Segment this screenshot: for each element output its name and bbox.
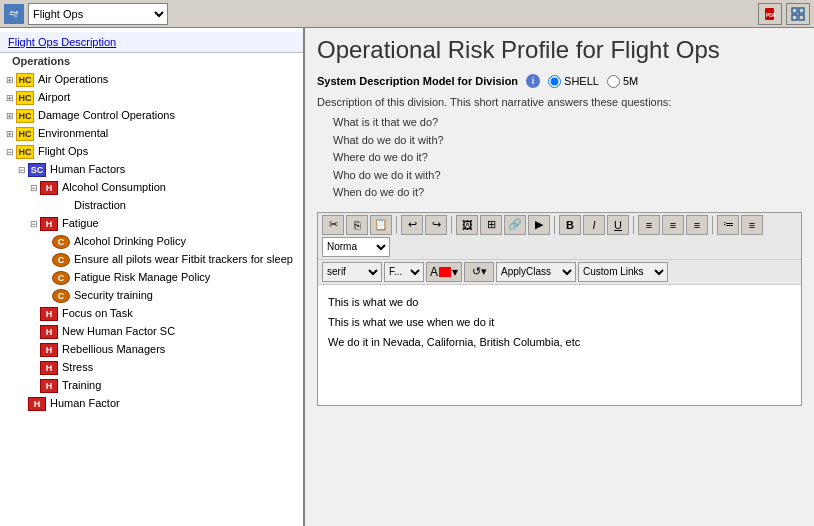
tree-expand-spacer: [40, 234, 52, 250]
tree-item[interactable]: ⊟HAlcohol Consumption: [0, 179, 303, 197]
tree-item-label: New Human Factor SC: [62, 324, 299, 339]
tree-item[interactable]: ⊟HCFlight Ops: [0, 143, 303, 161]
badge-h: H: [40, 379, 58, 393]
svg-rect-3: [799, 8, 804, 13]
tree-item-label: Environmental: [38, 126, 299, 141]
radio-5m-option[interactable]: 5M: [607, 75, 638, 88]
italic-button[interactable]: I: [583, 215, 605, 235]
tree-expand-icon[interactable]: ⊞: [4, 108, 16, 124]
svg-text:PDF: PDF: [766, 12, 776, 18]
font-color-button[interactable]: A ▾: [426, 262, 462, 282]
tree-item-label: Distraction: [74, 198, 299, 213]
tree-item-label: Stress: [62, 360, 299, 375]
table-button[interactable]: ⊞: [480, 215, 502, 235]
tree-item[interactable]: Distraction: [0, 197, 303, 215]
ol-button[interactable]: ≔: [717, 215, 739, 235]
tree-expand-spacer: [28, 324, 40, 340]
editor-paragraph[interactable]: We do it in Nevada, California, British …: [328, 333, 791, 353]
question-item: When do we do it?: [333, 184, 802, 202]
font-size-select[interactable]: F... 8 10 12 14: [384, 262, 424, 282]
tree-item[interactable]: CFatigue Risk Manage Policy: [0, 269, 303, 287]
grid-button[interactable]: [786, 3, 810, 25]
tree-item[interactable]: CAlcohol Drinking Policy: [0, 233, 303, 251]
align-left-button[interactable]: ≡: [638, 215, 660, 235]
radio-5m[interactable]: [607, 75, 620, 88]
editor-content[interactable]: This is what we doThis is what we use wh…: [318, 285, 801, 405]
tree-item[interactable]: CEnsure all pilots wear Fitbit trackers …: [0, 251, 303, 269]
tree-expand-spacer: [40, 270, 52, 286]
tree-expand-icon[interactable]: ⊞: [4, 126, 16, 142]
color-swatch: [439, 267, 451, 277]
tree-item[interactable]: HStress: [0, 359, 303, 377]
tree-expand-icon[interactable]: ⊟: [28, 216, 40, 232]
tree-item[interactable]: ⊟SCHuman Factors: [0, 161, 303, 179]
desc-header: Description of this division. This short…: [317, 96, 802, 108]
align-right-button[interactable]: ≡: [686, 215, 708, 235]
color-dropdown-arrow: ▾: [452, 265, 458, 279]
tree-item[interactable]: ⊟HFatigue: [0, 215, 303, 233]
style-dropdown[interactable]: Norma Heading 1 Heading 2: [322, 237, 390, 257]
font-family-select[interactable]: serif sans-serif monospace: [322, 262, 382, 282]
tree-expand-icon[interactable]: ⊟: [4, 144, 16, 160]
tree-item[interactable]: HFocus on Task: [0, 305, 303, 323]
tree-item[interactable]: ⊞HCAir Operations: [0, 71, 303, 89]
flight-ops-desc-link[interactable]: Flight Ops Description: [8, 36, 116, 48]
ul-button[interactable]: ≡: [741, 215, 763, 235]
media-button[interactable]: ▶: [528, 215, 550, 235]
division-dropdown[interactable]: Flight Ops Air Operations Airport: [28, 3, 168, 25]
tree-item[interactable]: HNew Human Factor SC: [0, 323, 303, 341]
question-item: Who do we do it with?: [333, 167, 802, 185]
tree-expand-icon[interactable]: ⊞: [4, 72, 16, 88]
tree-item[interactable]: CSecurity training: [0, 287, 303, 305]
link-button[interactable]: 🔗: [504, 215, 526, 235]
tree-item[interactable]: HTraining: [0, 377, 303, 395]
badge-c: C: [52, 235, 70, 249]
bold-button[interactable]: B: [559, 215, 581, 235]
tree-item[interactable]: ⊞HCEnvironmental: [0, 125, 303, 143]
tree-item[interactable]: HRebellious Managers: [0, 341, 303, 359]
custom-links-select[interactable]: Custom Links: [578, 262, 668, 282]
tree-item[interactable]: ⊞HCAirport: [0, 89, 303, 107]
badge-sc: SC: [28, 163, 46, 177]
tree-expand-spacer: [28, 360, 40, 376]
sep5: [712, 216, 713, 234]
right-panel: Operational Risk Profile for Flight Ops …: [305, 28, 814, 526]
badge-h: H: [40, 307, 58, 321]
svg-rect-2: [792, 8, 797, 13]
tree-expand-spacer: [40, 198, 52, 214]
image-button[interactable]: 🖼: [456, 215, 478, 235]
copy-button[interactable]: ⎘: [346, 215, 368, 235]
tree-item-label: Airport: [38, 90, 299, 105]
sep3: [554, 216, 555, 234]
badge-hc: HC: [16, 145, 34, 159]
apply-class-select[interactable]: ApplyClass: [496, 262, 576, 282]
cut-button[interactable]: ✂: [322, 215, 344, 235]
operations-section-label: Operations: [0, 53, 303, 69]
sys-desc-row: System Description Model for Division i …: [317, 74, 802, 88]
tree-item[interactable]: ⊞HCDamage Control Operations: [0, 107, 303, 125]
undo-button[interactable]: ↩: [401, 215, 423, 235]
tree-expand-spacer: [28, 342, 40, 358]
tree-item-label: Training: [62, 378, 299, 393]
tree-item-label: Ensure all pilots wear Fitbit trackers f…: [74, 252, 299, 267]
paste-button[interactable]: 📋: [370, 215, 392, 235]
tree-expand-icon[interactable]: ⊞: [4, 90, 16, 106]
editor-paragraph[interactable]: This is what we use when we do it: [328, 313, 791, 333]
tree-item-label: Fatigue: [62, 216, 299, 231]
info-icon[interactable]: i: [526, 74, 540, 88]
top-bar: 🛩 Flight Ops Air Operations Airport PDF: [0, 0, 814, 28]
tree-expand-icon[interactable]: ⊟: [16, 162, 28, 178]
tree-item[interactable]: HHuman Factor: [0, 395, 303, 413]
badge-c: C: [52, 289, 70, 303]
underline-button[interactable]: U: [607, 215, 629, 235]
editor-paragraph[interactable]: This is what we do: [328, 293, 791, 313]
highlight-button[interactable]: ↺▾: [464, 262, 494, 282]
badge-hc: HC: [16, 109, 34, 123]
radio-shell[interactable]: [548, 75, 561, 88]
pdf-button[interactable]: PDF: [758, 3, 782, 25]
radio-shell-option[interactable]: SHELL: [548, 75, 599, 88]
redo-button[interactable]: ↪: [425, 215, 447, 235]
tree-expand-icon[interactable]: ⊟: [28, 180, 40, 196]
tree-item-label: Rebellious Managers: [62, 342, 299, 357]
align-center-button[interactable]: ≡: [662, 215, 684, 235]
